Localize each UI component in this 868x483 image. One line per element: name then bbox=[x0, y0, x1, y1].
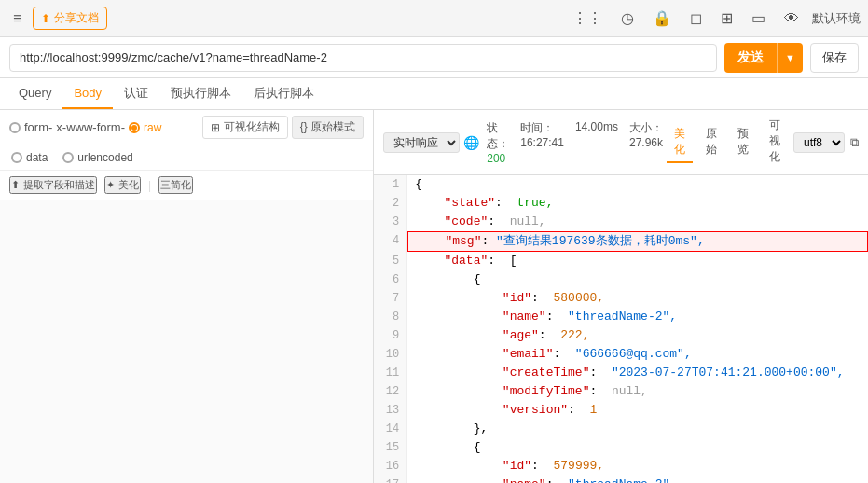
line-number: 3 bbox=[374, 213, 407, 231]
main-tabs: Query Body 认证 预执行脚本 后执行脚本 bbox=[0, 78, 868, 110]
grid2-icon: ⊞ bbox=[721, 10, 733, 26]
tab-visual[interactable]: 可视化 bbox=[762, 114, 788, 171]
line-number: 17 bbox=[374, 476, 407, 483]
line-content: "code": null, bbox=[407, 213, 868, 231]
raw-label: raw bbox=[144, 121, 161, 134]
status-code: 200 bbox=[487, 152, 505, 165]
line-number: 13 bbox=[374, 401, 407, 420]
url-input[interactable] bbox=[9, 44, 717, 72]
toolbar: ≡ ⬆ 分享文档 ⋮⋮ ◷ 🔒 ◻ ⊞ ▭ 👁 默认环境 bbox=[0, 0, 868, 37]
visual-icon: ⊞ bbox=[211, 121, 220, 134]
main-area: form- x-www-form- raw ⊞ 可视化结构 {} 原始模式 bbox=[0, 110, 868, 483]
line-number: 7 bbox=[374, 289, 407, 308]
status-label: 状态：200 bbox=[487, 120, 509, 165]
share-button[interactable]: ⬆ 分享文档 bbox=[33, 7, 107, 30]
data-radio[interactable] bbox=[11, 152, 22, 163]
line-content: "state": true, bbox=[407, 194, 868, 213]
save-icon: ≡ bbox=[13, 10, 21, 26]
line-number: 6 bbox=[374, 270, 407, 289]
json-line: 17 "name": "threadName-2", bbox=[374, 476, 868, 483]
json-line: 16 "id": 579999, bbox=[374, 457, 868, 476]
tab-preview[interactable]: 预览 bbox=[730, 122, 756, 163]
json-line: 13 "version": 1 bbox=[374, 401, 868, 420]
copy-icon[interactable]: ⧉ bbox=[850, 135, 859, 150]
line-content: { bbox=[407, 438, 868, 457]
json-line: 6 { bbox=[374, 270, 868, 289]
tab-body[interactable]: Body bbox=[62, 78, 113, 109]
tab-post-script[interactable]: 后执行脚本 bbox=[242, 77, 325, 111]
toolbar-right: ⋮⋮ ◷ 🔒 ◻ ⊞ ▭ 👁 默认环境 bbox=[567, 6, 861, 31]
urlencoded-type[interactable]: x-www-form- bbox=[56, 120, 125, 134]
urlencoded-label: x-www-form- bbox=[56, 120, 125, 134]
simplify-btn[interactable]: 三简化 bbox=[158, 176, 193, 194]
line-content: "name": "threadName-2", bbox=[407, 308, 868, 326]
line-content: }, bbox=[407, 420, 868, 438]
tab-raw[interactable]: 原始 bbox=[698, 122, 724, 163]
raw-mode-label: {} 原始模式 bbox=[300, 119, 355, 135]
send-arrow-icon[interactable]: ▼ bbox=[777, 43, 803, 73]
grid-icon-btn[interactable]: ⋮⋮ bbox=[567, 6, 608, 31]
line-content: "email": "666666@qq.com", bbox=[407, 345, 868, 364]
upload-icon: ⬆ bbox=[11, 179, 20, 191]
send-button[interactable]: 发送 ▼ bbox=[724, 43, 803, 73]
urlencoded-sub-type[interactable]: urlencoded bbox=[62, 151, 132, 164]
line-content: { bbox=[407, 175, 868, 194]
urlencoded-sub-label: urlencoded bbox=[77, 151, 132, 164]
data-type[interactable]: data bbox=[11, 151, 48, 164]
json-line: 5 "data": [ bbox=[374, 252, 868, 270]
save-button[interactable]: 保存 bbox=[810, 43, 859, 73]
grid-icon: ⋮⋮ bbox=[572, 10, 602, 26]
json-line: 1{ bbox=[374, 175, 868, 194]
line-content: "version": 1 bbox=[407, 401, 868, 420]
left-actions: ⬆ 提取字段和描述 ✦ 美化 | 三简化 bbox=[0, 171, 373, 200]
format-buttons: ⊞ 可视化结构 {} 原始模式 bbox=[202, 116, 364, 139]
visual-structure-btn[interactable]: ⊞ 可视化结构 bbox=[202, 116, 288, 139]
raw-mode-btn[interactable]: {} 原始模式 bbox=[292, 116, 364, 139]
line-number: 8 bbox=[374, 308, 407, 326]
line-number: 10 bbox=[374, 345, 407, 364]
form-data-type[interactable]: form- bbox=[9, 120, 52, 134]
tab-auth[interactable]: 认证 bbox=[113, 77, 159, 111]
eye-icon-btn[interactable]: 👁 bbox=[778, 7, 805, 31]
form-data-radio[interactable] bbox=[9, 122, 21, 133]
tab-beautify[interactable]: 美化 bbox=[667, 122, 693, 163]
extract-fields-btn[interactable]: ⬆ 提取字段和描述 bbox=[9, 176, 97, 194]
simplify-label: 三简化 bbox=[160, 178, 191, 192]
url-bar: 发送 ▼ 保存 bbox=[0, 37, 868, 78]
eye-icon: 👁 bbox=[784, 10, 799, 26]
line-number: 15 bbox=[374, 438, 407, 457]
grid2-icon-btn[interactable]: ⊞ bbox=[715, 6, 738, 31]
env-label: 默认环境 bbox=[812, 10, 861, 27]
realtime-select[interactable]: 实时响应 bbox=[383, 132, 460, 153]
line-number: 16 bbox=[374, 457, 407, 476]
urlencoded-radio[interactable] bbox=[62, 152, 74, 163]
size-label: 大小：27.96k bbox=[629, 120, 663, 165]
line-number: 2 bbox=[374, 194, 407, 213]
clock-icon-btn[interactable]: ◷ bbox=[615, 6, 640, 31]
time-label: 时间：16:27:41 bbox=[520, 120, 564, 165]
left-panel: form- x-www-form- raw ⊞ 可视化结构 {} 原始模式 bbox=[0, 110, 374, 483]
line-number: 9 bbox=[374, 326, 407, 345]
data-label: data bbox=[26, 151, 48, 164]
json-viewer: 1{2 "state": true,3 "code": null,4 "msg"… bbox=[374, 175, 868, 483]
body-type-row: form- x-www-form- raw ⊞ 可视化结构 {} 原始模式 bbox=[0, 110, 373, 145]
line-number: 1 bbox=[374, 175, 407, 194]
box-icon-btn[interactable]: ◻ bbox=[684, 6, 708, 31]
json-line: 7 "id": 580000, bbox=[374, 289, 868, 308]
raw-radio[interactable]: raw bbox=[129, 121, 161, 134]
encoding-select[interactable]: utf8 bbox=[793, 132, 845, 153]
json-line: 11 "createTime": "2023-07-27T07:41:21.00… bbox=[374, 364, 868, 382]
raw-radio-dot bbox=[129, 122, 140, 133]
time-value: 16:27:41 bbox=[520, 136, 564, 149]
json-line: 8 "name": "threadName-2", bbox=[374, 308, 868, 326]
line-content: { bbox=[407, 270, 868, 289]
beautify-btn[interactable]: ✦ 美化 bbox=[104, 176, 141, 194]
rect-icon-btn[interactable]: ▭ bbox=[746, 6, 771, 31]
save-icon-btn[interactable]: ≡ bbox=[7, 7, 27, 31]
lock-icon-btn[interactable]: 🔒 bbox=[647, 6, 677, 31]
tab-pre-script[interactable]: 预执行脚本 bbox=[159, 77, 242, 111]
tab-query[interactable]: Query bbox=[7, 78, 62, 109]
clock-icon: ◷ bbox=[621, 10, 634, 26]
line-content: "createTime": "2023-07-27T07:41:21.000+0… bbox=[407, 364, 868, 382]
status-info: 状态：200 时间：16:27:41 14.00ms 大小：27.96k bbox=[487, 120, 663, 165]
